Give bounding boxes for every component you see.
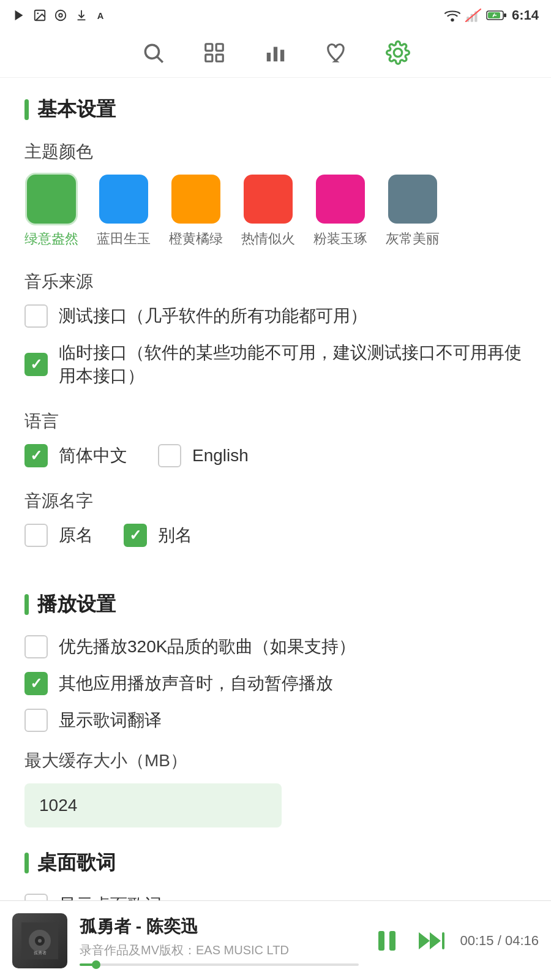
language-section: 语言 简体中文 English — [24, 410, 527, 467]
swatch-green[interactable]: 绿意盎然 — [24, 175, 78, 248]
playback-cb-2[interactable] — [24, 709, 48, 732]
playback-settings-title: 播放设置 — [24, 591, 527, 618]
lang-option-zh[interactable]: 简体中文 — [24, 444, 127, 467]
svg-rect-21 — [216, 55, 223, 61]
music-source-option-1[interactable]: 临时接口（软件的某些功能不可用，建议测试接口不可用再使用本接口） — [24, 341, 527, 388]
swatch-pink-color[interactable] — [316, 175, 365, 224]
svg-rect-24 — [280, 50, 284, 61]
player-progress-bar[interactable] — [80, 963, 359, 966]
source-name-label: 音源名字 — [24, 489, 527, 513]
playback-text-1: 其他应用播放声音时，自动暂停播放 — [59, 672, 333, 695]
playback-text-0: 优先播放320K品质的歌曲（如果支持） — [59, 635, 356, 658]
lang-cb-zh[interactable] — [24, 444, 48, 467]
source-name-option-1[interactable]: 别名 — [124, 524, 192, 547]
settings-content: 基本设置 主题颜色 绿意盎然 蓝田生玉 橙黄橘绿 热情似火 粉装玉琢 — [0, 78, 551, 980]
music-source-cb-0[interactable] — [24, 304, 48, 328]
music-source-section: 音乐来源 测试接口（几乎软件的所有功能都可用） 临时接口（软件的某些功能不可用，… — [24, 270, 527, 388]
swatch-green-label: 绿意盎然 — [24, 230, 78, 248]
svg-marker-35 — [419, 932, 430, 949]
playback-text-2: 显示歌词翻译 — [59, 709, 162, 732]
swatch-blue-color[interactable] — [99, 175, 148, 224]
lang-cb-en[interactable] — [158, 444, 181, 467]
desktop-lyrics-title: 桌面歌词 — [24, 850, 527, 876]
image-icon — [33, 9, 47, 22]
svg-point-4 — [59, 13, 62, 17]
svg-rect-12 — [504, 13, 506, 17]
swatch-orange[interactable]: 橙黄橘绿 — [169, 175, 223, 248]
album-art-svg: 孤勇者 — [21, 922, 58, 959]
svg-point-2 — [37, 12, 39, 14]
player-controls — [371, 925, 447, 957]
source-name-options: 原名 别名 — [24, 524, 527, 547]
source-name-section: 音源名字 原名 别名 — [24, 489, 527, 547]
battery-icon — [486, 9, 507, 22]
music-source-cb-1[interactable] — [24, 353, 48, 376]
music-source-option-0[interactable]: 测试接口（几乎软件的所有功能都可用） — [24, 304, 527, 328]
music-source-options: 测试接口（几乎软件的所有功能都可用） 临时接口（软件的某些功能不可用，建议测试接… — [24, 304, 527, 388]
svg-rect-23 — [274, 47, 277, 62]
swatch-green-color[interactable] — [27, 175, 76, 224]
settings-nav-icon[interactable] — [386, 40, 410, 65]
playback-options: 优先播放320K品质的歌曲（如果支持） 其他应用播放声音时，自动暂停播放 显示歌… — [24, 635, 527, 732]
music-source-text-0: 测试接口（几乎软件的所有功能都可用） — [59, 304, 367, 328]
player-time-separator: / — [498, 933, 505, 948]
cache-input[interactable]: 1024 — [24, 783, 282, 827]
svg-point-16 — [145, 45, 159, 58]
swatch-gray-color[interactable] — [388, 175, 437, 224]
playback-option-0[interactable]: 优先播放320K品质的歌曲（如果支持） — [24, 635, 527, 658]
music-source-label: 音乐来源 — [24, 270, 527, 293]
swatch-red-label: 热情似火 — [241, 230, 295, 248]
playback-option-2[interactable]: 显示歌词翻译 — [24, 709, 527, 732]
player-title: 孤勇者 - 陈奕迅 — [80, 915, 359, 938]
status-bar: A 6:14 — [0, 0, 551, 31]
music-source-text-1: 临时接口（软件的某些功能不可用，建议测试接口不可用再使用本接口） — [59, 341, 527, 388]
language-options: 简体中文 English — [24, 444, 527, 467]
player-time: 00:15 / 04:16 — [459, 933, 539, 949]
player-progress-thumb[interactable] — [92, 960, 100, 969]
font-icon: A — [96, 9, 109, 22]
player-info: 孤勇者 - 陈奕迅 录音作品及MV版权：EAS MUSIC LTD — [80, 915, 359, 966]
svg-point-6 — [451, 18, 454, 21]
player-time-current: 00:15 — [460, 933, 494, 948]
svg-marker-36 — [430, 932, 441, 949]
theme-swatches: 绿意盎然 蓝田生玉 橙黄橘绿 热情似火 粉装玉琢 灰常美丽 — [24, 175, 527, 248]
swatch-blue[interactable]: 蓝田生玉 — [97, 175, 151, 248]
swatch-gray[interactable]: 灰常美丽 — [386, 175, 440, 248]
swatch-orange-color[interactable] — [171, 175, 220, 224]
status-right: 6:14 — [444, 7, 539, 23]
swatch-orange-label: 橙黄橘绿 — [169, 230, 223, 248]
swatch-red[interactable]: 热情似火 — [241, 175, 295, 248]
bottom-player: 孤勇者 孤勇者 - 陈奕迅 录音作品及MV版权：EAS MUSIC LTD 00… — [0, 900, 551, 980]
top-nav — [0, 31, 551, 78]
heart-nav-icon[interactable] — [324, 40, 349, 65]
svg-marker-0 — [15, 10, 23, 21]
player-subtitle: 录音作品及MV版权：EAS MUSIC LTD — [80, 942, 359, 959]
svg-rect-20 — [216, 44, 223, 51]
lang-option-en[interactable]: English — [158, 444, 249, 467]
svg-rect-33 — [378, 931, 384, 951]
search-nav-icon[interactable] — [141, 40, 165, 65]
time-display: 6:14 — [512, 7, 539, 23]
pause-button[interactable] — [371, 925, 403, 957]
svg-rect-19 — [206, 55, 212, 61]
cache-label: 最大缓存大小（MB） — [24, 749, 527, 772]
chart-nav-icon[interactable] — [263, 40, 288, 65]
swatch-red-color[interactable] — [244, 175, 293, 224]
svg-text:A: A — [97, 11, 104, 21]
playback-cb-0[interactable] — [24, 635, 48, 658]
svg-point-25 — [394, 48, 402, 56]
svg-rect-37 — [442, 932, 444, 949]
wifi-icon — [444, 9, 460, 22]
svg-rect-34 — [389, 931, 395, 951]
basic-settings-title: 基本设置 — [24, 96, 527, 123]
playback-option-1[interactable]: 其他应用播放声音时，自动暂停播放 — [24, 672, 527, 695]
playback-cb-1[interactable] — [24, 672, 48, 695]
fast-forward-button[interactable] — [415, 925, 447, 957]
source-name-cb-0[interactable] — [24, 524, 48, 547]
source-name-option-0[interactable]: 原名 — [24, 524, 93, 547]
theme-color-label: 主题颜色 — [24, 140, 527, 164]
grid-nav-icon[interactable] — [202, 40, 227, 65]
source-name-cb-1[interactable] — [124, 524, 147, 547]
swatch-pink[interactable]: 粉装玉琢 — [313, 175, 367, 248]
status-icons-left: A — [12, 9, 109, 22]
